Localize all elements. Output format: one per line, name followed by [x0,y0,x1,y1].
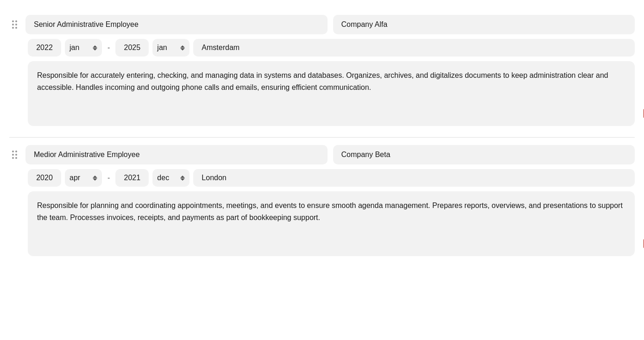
description-wrapper: Responsible for planning and coordinatin… [28,191,635,258]
drag-dot [15,157,17,159]
date-row: apr - dec [28,169,635,187]
drag-dot [12,27,14,29]
drag-dot [12,151,14,152]
spinner-up-icon[interactable] [93,45,97,48]
end-year-input[interactable] [122,44,142,52]
job-title-input[interactable] [25,145,328,164]
drag-dot [12,157,14,159]
start-year-field [28,169,61,187]
date-row: jan - jan [28,39,635,57]
company-input[interactable] [333,145,635,164]
start-year-input[interactable] [34,174,55,182]
end-month-spinner[interactable] [180,176,185,181]
start-month-field: apr [65,169,102,187]
description-textarea[interactable]: Responsible for planning and coordinatin… [28,191,635,256]
drag-handle-dots [12,20,17,29]
drag-dot [15,154,17,156]
drag-dot [15,20,17,22]
drag-dot [12,20,14,22]
start-year-field [28,39,61,57]
start-month-spinner[interactable] [93,176,97,181]
main-row [9,15,635,34]
title-company-row [25,15,635,34]
title-company-row [25,145,635,164]
drag-dot [15,151,17,152]
spinner-up-icon[interactable] [93,176,97,178]
spinner-down-icon[interactable] [180,178,185,181]
company-input[interactable] [333,15,635,34]
spinner-down-icon[interactable] [180,48,185,50]
description-container: Responsible for planning and coordinatin… [28,191,635,258]
description-wrapper: Responsible for accurately entering, che… [28,61,635,128]
main-row [9,145,635,164]
start-year-input[interactable] [34,44,55,52]
end-year-field [115,39,149,57]
date-separator: - [107,174,110,182]
delete-button[interactable] [641,236,644,251]
spinner-up-icon[interactable] [180,176,185,178]
drag-dot [12,24,14,25]
end-month-field: jan [152,39,189,57]
start-month-label: apr [69,174,80,182]
experience-item-2: apr - dec [9,138,635,267]
description-row: Responsible for planning and coordinatin… [28,191,635,258]
end-year-field [115,169,149,187]
end-year-input[interactable] [122,174,142,182]
end-month-label: jan [157,44,167,52]
city-input[interactable] [193,169,635,187]
start-month-spinner[interactable] [93,45,97,50]
drag-handle[interactable] [9,19,20,31]
drag-dot [12,154,14,156]
end-month-label: dec [157,174,169,182]
drag-dot [15,27,17,29]
delete-button[interactable] [641,106,644,120]
spinner-down-icon[interactable] [93,48,97,50]
spinner-down-icon[interactable] [93,178,97,181]
description-container: Responsible for accurately entering, che… [28,61,635,128]
end-month-spinner[interactable] [180,45,185,50]
job-title-input[interactable] [25,15,328,34]
start-month-label: jan [69,44,79,52]
end-month-field: dec [152,169,189,187]
city-input[interactable] [193,39,635,57]
drag-handle[interactable] [9,149,20,161]
start-month-field: jan [65,39,102,57]
description-textarea[interactable]: Responsible for accurately entering, che… [28,61,635,126]
date-separator: - [107,44,110,52]
description-row: Responsible for accurately entering, che… [28,61,635,128]
experience-list: jan - jan [9,7,635,267]
experience-item-1: jan - jan [9,7,635,138]
drag-dot [15,24,17,25]
drag-handle-dots [12,151,17,159]
spinner-up-icon[interactable] [180,45,185,48]
